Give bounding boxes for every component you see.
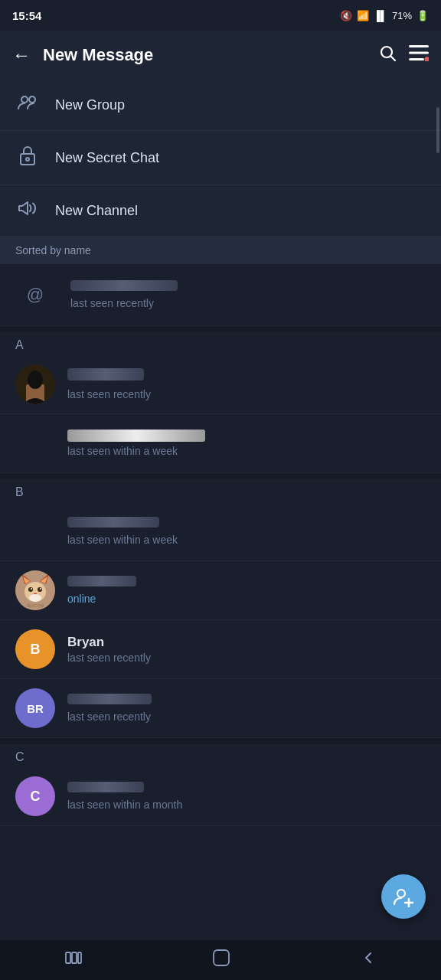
contact-b1-info: last seen within a week — [67, 517, 426, 546]
avatar-c1: C — [15, 776, 55, 816]
menu-button[interactable] — [409, 44, 429, 66]
page-title: New Message — [43, 45, 366, 65]
divider-a — [0, 326, 441, 332]
new-group-label: New Group — [55, 97, 125, 113]
status-bar: 15:54 🔇 📶 ▐▌ 71% 🔋 — [0, 0, 441, 31]
contact-item-b1[interactable]: last seen within a week — [0, 502, 441, 561]
contact-bryan-info: Bryan last seen recently — [67, 635, 426, 664]
svg-point-21 — [38, 587, 42, 592]
divider-c — [0, 738, 441, 744]
sort-header: Sorted by name — [0, 237, 441, 264]
contact-a2-name-blurred — [67, 430, 205, 442]
contact-a1-status: last seen recently — [67, 388, 426, 400]
contact-list: @ last seen recently A — [0, 264, 441, 933]
at-contact-item[interactable]: @ last seen recently — [0, 264, 441, 326]
wifi-icon: 📶 — [357, 10, 369, 21]
svg-point-6 — [21, 96, 28, 103]
section-letter-b: B — [0, 479, 441, 502]
menu-section: New Group New Secret Chat New Channel — [0, 80, 441, 237]
home-icon — [213, 949, 230, 966]
section-letter-c: C — [0, 744, 441, 767]
at-contact-status: last seen recently — [70, 297, 426, 309]
avatar-b2-fox: SEACOW — [15, 570, 55, 610]
new-channel-item[interactable]: New Channel — [0, 185, 441, 237]
svg-rect-2 — [409, 45, 429, 47]
contact-bryan-status: last seen recently — [67, 652, 426, 664]
contact-a1-name — [67, 368, 144, 381]
contact-item-b2[interactable]: SEACOW online — [0, 561, 441, 620]
battery-level: 71% — [392, 10, 412, 21]
battery-icon: 🔋 — [416, 10, 429, 21]
svg-text:SEACOW: SEACOW — [27, 603, 44, 608]
section-letter-a: A — [0, 332, 441, 355]
avatar-a2-spacer — [15, 423, 55, 463]
new-channel-label: New Channel — [55, 203, 138, 219]
new-secret-chat-label: New Secret Chat — [55, 150, 159, 166]
section-c: C C last seen within a month — [0, 744, 441, 826]
contact-a2-info: last seen within a week — [67, 430, 426, 457]
search-button[interactable] — [378, 44, 397, 67]
section-b: B last seen within a week — [0, 479, 441, 738]
top-bar: ← New Message — [0, 31, 441, 80]
sort-header-text: Sorted by name — [15, 244, 91, 256]
svg-point-25 — [29, 594, 41, 602]
svg-point-9 — [26, 158, 29, 161]
svg-rect-32 — [78, 952, 81, 963]
svg-point-27 — [397, 890, 405, 897]
back-nav-icon — [361, 950, 376, 965]
svg-rect-8 — [21, 154, 34, 165]
avatar-bryan: B — [15, 629, 55, 669]
svg-point-23 — [40, 588, 41, 590]
add-contact-icon — [393, 886, 414, 907]
lock-icon — [15, 145, 40, 171]
back-button[interactable]: ← — [12, 44, 31, 66]
svg-line-1 — [391, 57, 396, 61]
avatar-a1-svg — [15, 364, 55, 404]
scroll-indicator — [436, 107, 439, 153]
avatar-br: BR — [15, 688, 55, 728]
status-icons: 🔇 📶 ▐▌ 71% 🔋 — [340, 10, 429, 21]
contact-b2-status: online — [67, 593, 426, 605]
svg-rect-4 — [409, 58, 424, 60]
contact-item-a1[interactable]: last seen recently — [0, 355, 441, 414]
contact-c1-name — [67, 782, 144, 792]
nav-home[interactable] — [194, 943, 248, 977]
add-contact-fab[interactable] — [381, 874, 426, 919]
svg-rect-31 — [72, 952, 77, 963]
section-a: A last seen recently — [0, 332, 441, 473]
at-contact-info: last seen recently — [70, 280, 426, 309]
contact-b2-name — [67, 576, 136, 586]
contact-bryan-name: Bryan — [67, 635, 426, 650]
avatar-a1 — [15, 364, 55, 404]
contact-br-name — [67, 694, 152, 704]
new-secret-chat-item[interactable]: New Secret Chat — [0, 131, 441, 185]
contact-b1-name — [67, 517, 159, 528]
svg-point-7 — [29, 96, 35, 103]
recent-apps-icon — [65, 949, 82, 966]
nav-back[interactable] — [342, 944, 394, 976]
svg-point-20 — [28, 587, 33, 592]
fox-avatar-svg: SEACOW — [15, 570, 55, 610]
contact-item-bryan[interactable]: B Bryan last seen recently — [0, 620, 441, 679]
svg-rect-3 — [409, 52, 429, 54]
section-at: @ last seen recently — [0, 264, 441, 326]
mute-icon: 🔇 — [340, 10, 352, 21]
bottom-spacer — [0, 826, 441, 933]
new-group-item[interactable]: New Group — [0, 80, 441, 131]
search-icon — [378, 44, 397, 62]
group-icon — [15, 93, 40, 116]
svg-point-12 — [28, 371, 43, 389]
svg-rect-33 — [214, 950, 229, 965]
megaphone-icon — [15, 199, 40, 222]
svg-point-5 — [425, 57, 430, 61]
nav-recent-apps[interactable] — [47, 943, 100, 977]
contact-item-a2[interactable]: last seen within a week — [0, 414, 441, 473]
contact-b2-info: online — [67, 576, 426, 605]
svg-point-22 — [31, 588, 32, 590]
menu-icon — [409, 44, 429, 61]
contact-item-br[interactable]: BR last seen recently — [0, 679, 441, 738]
bottom-nav — [0, 940, 441, 980]
contact-b1-status: last seen within a week — [67, 534, 426, 546]
contact-item-c1[interactable]: C last seen within a month — [0, 767, 441, 826]
at-symbol: @ — [15, 275, 55, 315]
